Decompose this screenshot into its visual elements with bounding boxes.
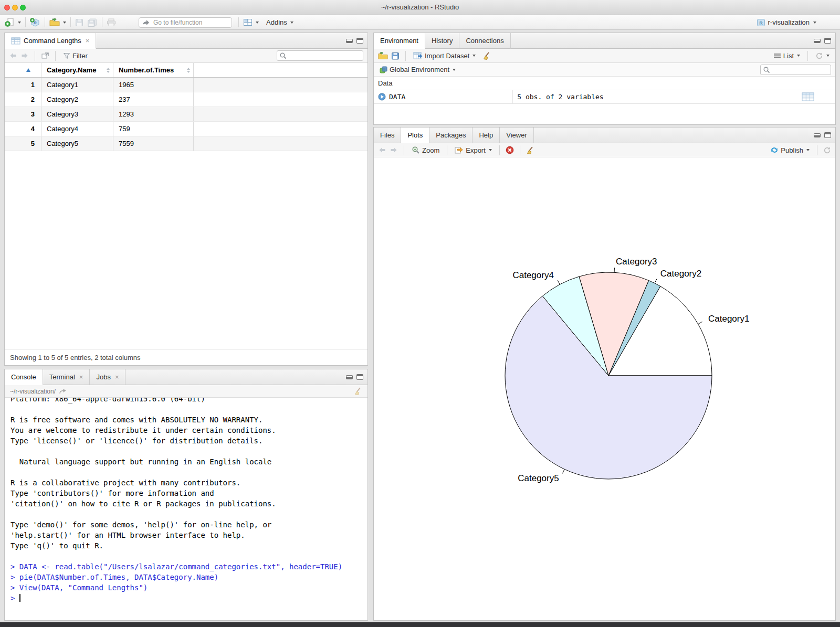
table-row[interactable]: 5Category57559 (5, 136, 368, 151)
table-row[interactable]: 3Category31293 (5, 107, 368, 122)
back-arrow-icon[interactable] (9, 52, 17, 59)
tab-environment[interactable]: Environment (374, 33, 425, 49)
environment-search-input[interactable] (772, 66, 828, 74)
tab-jobs[interactable]: Jobs × (90, 369, 125, 385)
pie-chart: Category1Category2Category3Category4Cate… (374, 157, 836, 620)
table-row[interactable]: 1Category11965 (5, 78, 368, 92)
maximize-pane-icon[interactable] (824, 38, 831, 44)
zoom-window-button[interactable] (20, 5, 26, 10)
tab-help[interactable]: Help (472, 127, 500, 143)
pane-plots: Files Plots Packages Help Viewer Zoom (373, 127, 836, 621)
close-icon[interactable]: × (79, 374, 83, 380)
print-button[interactable] (105, 17, 118, 28)
rownum-header[interactable] (5, 63, 41, 77)
console-output-line: Type 'license()' or 'licence()' for dist… (10, 435, 362, 446)
save-all-button[interactable] (86, 17, 99, 28)
expand-object-icon[interactable] (378, 93, 386, 101)
tab-label: Command Lengths (24, 37, 81, 45)
pane-environment: Environment History Connections Import D… (373, 33, 836, 125)
tab-terminal[interactable]: Terminal × (43, 369, 90, 385)
new-project-button[interactable]: R (28, 17, 42, 28)
publish-icon (770, 146, 779, 154)
filter-button[interactable]: Filter (61, 51, 89, 61)
minimize-window-button[interactable] (12, 5, 18, 10)
close-icon[interactable]: × (115, 374, 119, 380)
console-output-line (10, 467, 362, 477)
refresh-plot-icon[interactable] (823, 146, 831, 154)
clear-console-broom-icon[interactable] (354, 387, 362, 395)
close-window-button[interactable] (4, 5, 10, 10)
project-selector[interactable]: R r-visualization (755, 17, 818, 28)
text-cursor (19, 594, 20, 602)
next-plot-icon[interactable] (390, 146, 398, 154)
addins-label: Addins (266, 18, 287, 26)
refresh-environment-button[interactable] (814, 51, 831, 61)
tab-label: Files (380, 131, 394, 139)
open-file-button[interactable] (48, 17, 68, 28)
remove-plot-icon[interactable] (506, 146, 514, 154)
pane-data-viewer: Command Lengths × Filter (4, 33, 368, 366)
maximize-pane-icon[interactable] (356, 38, 363, 44)
column-label: Category.Name (47, 66, 96, 74)
table-row[interactable]: 2Category2237 (5, 92, 368, 107)
clear-environment-broom-icon[interactable] (482, 52, 491, 60)
save-button[interactable] (74, 17, 86, 28)
export-plot-button[interactable]: Export (453, 145, 494, 155)
goto-file-box[interactable] (139, 17, 232, 28)
tab-plots[interactable]: Plots (401, 127, 429, 143)
import-dataset-button[interactable]: Import Dataset (412, 51, 477, 61)
zoom-label: Zoom (422, 146, 439, 154)
tab-files[interactable]: Files (374, 127, 401, 143)
global-environment-selector[interactable]: Global Environment (378, 65, 457, 75)
tab-command-lengths[interactable]: Command Lengths × (5, 33, 96, 49)
maximize-pane-icon[interactable] (824, 132, 831, 138)
new-file-button[interactable] (3, 17, 23, 28)
clear-all-plots-broom-icon[interactable] (526, 146, 534, 154)
environment-object-row[interactable]: DATA 5 obs. of 2 variables (374, 90, 835, 104)
tab-label: Console (11, 373, 36, 381)
maximize-pane-icon[interactable] (356, 374, 363, 380)
minimize-pane-icon[interactable] (814, 39, 821, 43)
goto-file-input[interactable] (152, 18, 228, 27)
console-body[interactable]: Platform: x86_64-apple-darwin15.6.0 (64-… (5, 398, 367, 620)
print-icon (107, 18, 116, 27)
viewer-search-box[interactable] (277, 50, 363, 61)
tab-packages[interactable]: Packages (429, 127, 472, 143)
filter-label: Filter (72, 52, 88, 60)
environment-view-mode-button[interactable]: List (772, 51, 802, 61)
minimize-pane-icon[interactable] (346, 375, 353, 379)
tab-history[interactable]: History (425, 33, 459, 49)
viewer-status-bar: Showing 1 to 5 of 5 entries, 2 total col… (5, 349, 368, 365)
open-in-new-window-icon[interactable] (41, 52, 49, 59)
export-label: Export (466, 146, 486, 154)
minimize-pane-icon[interactable] (814, 133, 821, 137)
zoom-magnifier-icon (412, 146, 420, 154)
previous-plot-icon[interactable] (378, 146, 386, 154)
tab-console[interactable]: Console (5, 369, 43, 385)
zoom-plot-button[interactable]: Zoom (410, 145, 441, 155)
table-row[interactable]: 4Category4759 (5, 122, 368, 136)
column-header-number-of-times[interactable]: Number.of.Times (113, 63, 194, 77)
forward-arrow-icon[interactable] (20, 52, 29, 59)
tab-connections[interactable]: Connections (459, 33, 510, 49)
open-directory-arrow-icon[interactable] (59, 388, 67, 395)
publish-button[interactable]: Publish (769, 145, 811, 155)
pane-layout-button[interactable] (242, 17, 260, 27)
column-header-category-name[interactable]: Category.Name (41, 63, 113, 77)
minimize-pane-icon[interactable] (346, 39, 353, 43)
viewer-search-input[interactable] (288, 51, 361, 60)
publish-label: Publish (781, 146, 803, 154)
view-data-grid-icon[interactable] (802, 92, 814, 101)
pie-label: Category3 (616, 257, 657, 267)
pane-layout-grid-icon (243, 18, 253, 26)
addins-button[interactable]: Addins (265, 17, 295, 27)
table-cell: 237 (113, 92, 194, 107)
table-cell: Category2 (41, 92, 113, 107)
load-workspace-folder-icon[interactable] (378, 52, 388, 60)
tab-viewer[interactable]: Viewer (500, 127, 534, 143)
save-workspace-icon[interactable] (391, 52, 400, 60)
environment-search-box[interactable] (760, 65, 831, 75)
table-cell: 1965 (113, 78, 194, 92)
pie-label: Category4 (512, 270, 553, 280)
close-icon[interactable]: × (86, 37, 90, 44)
